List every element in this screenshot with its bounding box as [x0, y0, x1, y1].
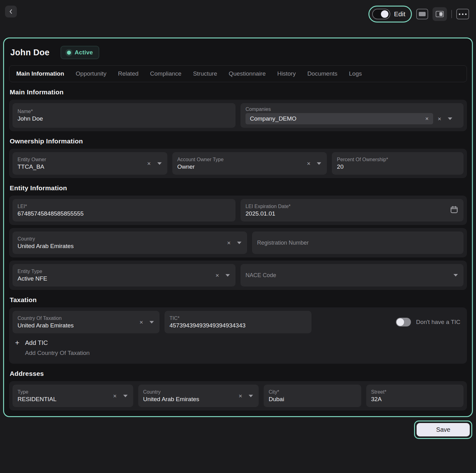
taxation-section: Country Of Taxation United Arab Emirates…: [9, 307, 467, 364]
nace-code-field[interactable]: NACE Code: [241, 264, 463, 286]
tab-questionnaire[interactable]: Questionnaire: [229, 70, 266, 77]
lei-expiration-date-field[interactable]: LEI Expiration Date* 2025.01.01: [241, 199, 463, 222]
country-of-taxation-field[interactable]: Country Of Taxation United Arab Emirates…: [13, 311, 160, 333]
clear-icon[interactable]: ✕: [139, 320, 143, 325]
tab-related[interactable]: Related: [118, 70, 139, 77]
entity-owner-field[interactable]: Entity Owner TTCA_BA ✕: [13, 152, 167, 175]
name-field[interactable]: Name* John Doe: [13, 103, 235, 128]
company-chip[interactable]: Company_DEMO ✕: [246, 113, 433, 124]
record-edit-panel: John Doe Active Main Information Opportu…: [3, 37, 473, 417]
ellipsis-icon: [459, 13, 467, 15]
tab-history[interactable]: History: [277, 70, 296, 77]
clear-icon[interactable]: ✕: [438, 117, 442, 121]
card-view-icon: [419, 12, 426, 16]
address-country-field[interactable]: Country United Arab Emirates ✕: [138, 385, 259, 407]
tic-field[interactable]: TIC* 45739439493949394934343: [165, 311, 311, 333]
card-view-button[interactable]: [416, 9, 428, 19]
footer: Save: [0, 417, 476, 439]
tab-compliance[interactable]: Compliance: [150, 70, 181, 77]
clear-icon[interactable]: ✕: [227, 241, 231, 245]
clear-icon[interactable]: ✕: [147, 161, 151, 166]
tab-structure[interactable]: Structure: [193, 70, 217, 77]
edit-label: Edit: [394, 10, 405, 18]
chevron-down-icon[interactable]: [448, 117, 452, 120]
back-button[interactable]: [5, 6, 17, 17]
add-country-of-taxation-button[interactable]: Add Country Of Taxation: [25, 350, 462, 356]
topbar-divider: [451, 10, 452, 18]
calendar-icon[interactable]: [450, 205, 458, 215]
chevron-down-icon[interactable]: [149, 321, 154, 323]
country-field[interactable]: Country United Arab Emirates ✕: [13, 232, 247, 254]
entity-information-row-1: LEI* 67485745848585855555 LEI Expiration…: [9, 196, 467, 225]
plus-icon: +: [14, 339, 20, 346]
add-tic-button[interactable]: + Add TIC: [14, 339, 462, 346]
section-heading-main-information: Main Information: [10, 88, 466, 96]
chevron-down-icon[interactable]: [123, 395, 128, 397]
section-heading-entity-information: Entity Information: [10, 184, 466, 192]
tab-main-information[interactable]: Main Information: [16, 70, 64, 77]
split-panel-icon: [436, 11, 444, 17]
address-city-field[interactable]: City* Dubai: [264, 385, 361, 407]
clear-icon[interactable]: ✕: [215, 273, 219, 278]
save-button[interactable]: Save: [417, 423, 470, 436]
chevron-down-icon[interactable]: [225, 274, 230, 276]
chevron-down-icon[interactable]: [157, 162, 162, 165]
entity-information-row-2: Country United Arab Emirates ✕ Registrat…: [9, 228, 467, 257]
tab-documents[interactable]: Documents: [307, 70, 337, 77]
status-badge: Active: [61, 46, 99, 59]
tabbar: Main Information Opportunity Related Com…: [9, 65, 467, 82]
percent-of-ownership-field[interactable]: Percent Of Ownership* 20: [332, 152, 463, 175]
dont-have-tic-label: Don't have a TIC: [416, 319, 460, 326]
chevron-down-icon[interactable]: [317, 162, 321, 165]
more-options-button[interactable]: [456, 9, 469, 19]
address-street-field[interactable]: Street* 32A: [366, 385, 464, 407]
switch-knob: [381, 10, 388, 18]
edit-switch[interactable]: [372, 9, 390, 19]
section-heading-ownership: Ownership Information: [10, 137, 466, 145]
entity-information-row-3: Entity Type Active NFE ✕ NACE Code: [9, 261, 467, 290]
tab-opportunity[interactable]: Opportunity: [76, 70, 106, 77]
chip-remove-icon[interactable]: ✕: [425, 116, 429, 121]
chevron-down-icon[interactable]: [249, 395, 253, 397]
status-dot-icon: [67, 51, 71, 55]
chevron-down-icon[interactable]: [237, 241, 241, 244]
ownership-section: Entity Owner TTCA_BA ✕ Account Owner Typ…: [9, 149, 467, 178]
topbar-actions: Edit: [368, 6, 469, 22]
companies-field[interactable]: Companies Company_DEMO ✕ ✕: [241, 103, 463, 128]
entity-header: John Doe Active: [9, 43, 467, 61]
split-view-button[interactable]: [433, 7, 447, 21]
topbar: Edit: [0, 0, 476, 31]
registration-number-field[interactable]: Registration Number: [252, 232, 463, 254]
chevron-left-icon: [8, 8, 14, 15]
clear-icon[interactable]: ✕: [238, 394, 242, 398]
section-heading-addresses: Addresses: [10, 370, 466, 377]
lei-field[interactable]: LEI* 67485745848585855555: [13, 199, 235, 222]
dont-have-tic-toggle[interactable]: [396, 318, 411, 326]
switch-knob: [397, 318, 404, 326]
page-title: John Doe: [10, 48, 49, 57]
main-information-section: Name* John Doe Companies Company_DEMO ✕ …: [9, 100, 467, 131]
chevron-down-icon[interactable]: [453, 274, 458, 276]
addresses-section: Type RESIDENTIAL ✕ Country United Arab E…: [9, 381, 467, 411]
clear-icon[interactable]: ✕: [307, 161, 311, 166]
edit-mode-toggle[interactable]: Edit: [368, 6, 412, 22]
save-button-highlight: Save: [414, 421, 472, 439]
clear-icon[interactable]: ✕: [113, 394, 117, 398]
company-chip-label: Company_DEMO: [250, 115, 296, 122]
address-type-field[interactable]: Type RESIDENTIAL ✕: [13, 385, 133, 407]
account-owner-type-field[interactable]: Account Owner Type Owner ✕: [172, 152, 327, 175]
section-heading-taxation: Taxation: [10, 296, 466, 304]
taxation-add-block: + Add TIC Add Country Of Taxation: [13, 333, 463, 360]
tab-logs[interactable]: Logs: [349, 70, 362, 77]
entity-type-field[interactable]: Entity Type Active NFE ✕: [13, 264, 235, 286]
